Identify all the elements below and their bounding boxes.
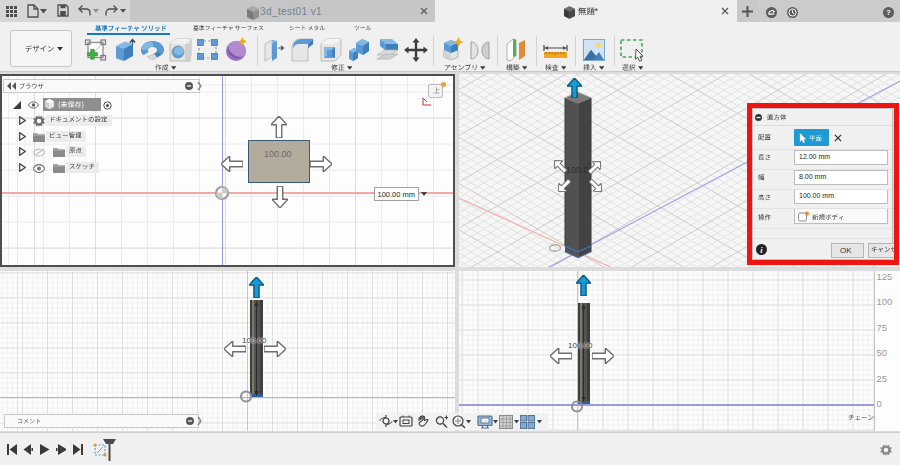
- svg-text:?: ?: [886, 9, 890, 17]
